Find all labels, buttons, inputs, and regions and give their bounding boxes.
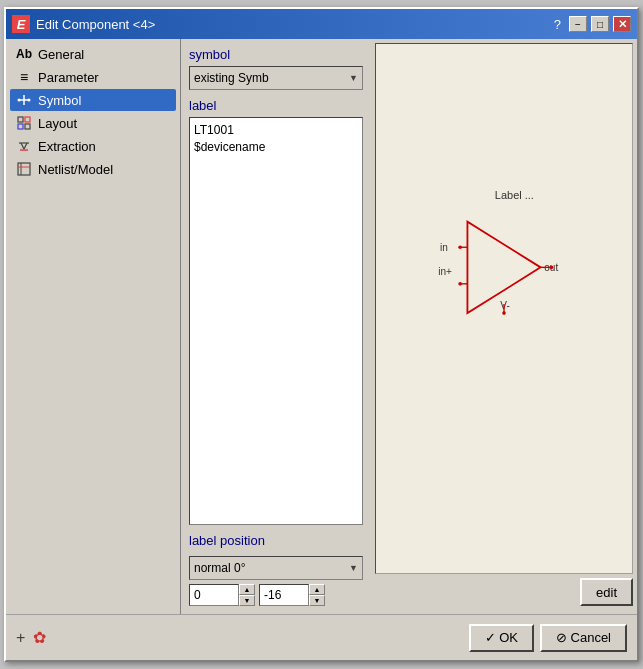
y-spin-up[interactable]: ▲ <box>309 584 325 595</box>
sidebar-item-layout[interactable]: Layout <box>10 112 176 134</box>
title-bar-controls: ? − □ ✕ <box>554 16 631 32</box>
svg-rect-4 <box>18 117 23 122</box>
svg-point-27 <box>502 311 506 315</box>
sidebar-label-extraction: Extraction <box>38 139 96 154</box>
sidebar-label-layout: Layout <box>38 116 77 131</box>
canvas-box: Label ... in in+ <box>375 43 633 574</box>
canvas-edit-row: edit <box>375 574 633 610</box>
delete-button[interactable]: ✿ <box>33 628 46 647</box>
sidebar-label-general: General <box>38 47 84 62</box>
label-position-value: normal 0° <box>194 561 246 575</box>
label-section: label LT1001 $devicename <box>189 98 363 525</box>
symbol-icon <box>16 92 32 108</box>
x-spin-up[interactable]: ▲ <box>239 584 255 595</box>
dialog-title: Edit Component <4> <box>36 17 155 32</box>
sidebar-item-parameter[interactable]: ≡ Parameter <box>10 66 176 88</box>
svg-point-18 <box>458 245 462 249</box>
add-button[interactable]: + <box>16 629 25 647</box>
x-input[interactable] <box>189 584 239 606</box>
svg-point-24 <box>550 266 554 270</box>
minimize-button[interactable]: − <box>569 16 587 32</box>
symbol-dropdown-arrow: ▼ <box>349 73 358 83</box>
dialog-footer: + ✿ ✓ OK ⊘ Cancel <box>6 614 637 660</box>
general-icon: Ab <box>16 46 32 62</box>
title-bar: E Edit Component <4> ? − □ ✕ <box>6 9 637 39</box>
y-spin-down[interactable]: ▼ <box>309 595 325 606</box>
svg-point-21 <box>458 282 462 286</box>
label-textarea[interactable]: LT1001 $devicename <box>189 117 363 525</box>
content-area: symbol existing Symb ▼ label LT1001 $dev… <box>181 39 637 614</box>
close-button[interactable]: ✕ <box>613 16 631 32</box>
svg-text:in: in <box>440 242 448 253</box>
extraction-icon <box>16 138 32 154</box>
symbol-section: symbol existing Symb ▼ <box>189 47 363 90</box>
canvas-container: Label ... in in+ <box>371 39 637 614</box>
label-position-label: label position <box>189 533 363 548</box>
label-position-dropdown[interactable]: normal 0° ▼ <box>189 556 363 580</box>
edit-component-dialog: E Edit Component <4> ? − □ ✕ Ab General … <box>4 7 639 662</box>
sidebar-label-netlist: Netlist/Model <box>38 162 113 177</box>
netlist-icon <box>16 161 32 177</box>
spin-row: ▲ ▼ ▲ ▼ <box>189 584 363 606</box>
label-section-label: label <box>189 98 363 113</box>
label-line1: LT1001 <box>194 122 358 139</box>
canvas-svg: Label ... in in+ <box>376 44 632 573</box>
app-icon: E <box>12 15 30 33</box>
footer-right: ✓ OK ⊘ Cancel <box>469 624 627 652</box>
y-spin-buttons: ▲ ▼ <box>309 584 325 606</box>
footer-left: + ✿ <box>16 628 46 647</box>
sidebar-item-symbol[interactable]: Symbol <box>10 89 176 111</box>
cancel-button[interactable]: ⊘ Cancel <box>540 624 627 652</box>
sidebar-label-symbol: Symbol <box>38 93 81 108</box>
svg-line-10 <box>24 143 27 149</box>
y-input[interactable] <box>259 584 309 606</box>
svg-line-9 <box>21 143 24 149</box>
svg-point-2 <box>18 99 21 102</box>
symbol-dropdown[interactable]: existing Symb ▼ <box>189 66 363 90</box>
sidebar-item-extraction[interactable]: Extraction <box>10 135 176 157</box>
x-spin-box: ▲ ▼ <box>189 584 255 606</box>
svg-rect-7 <box>25 124 30 129</box>
canvas-label-text: Label ... <box>495 189 534 201</box>
y-spin-box: ▲ ▼ <box>259 584 325 606</box>
symbol-dropdown-value: existing Symb <box>194 71 269 85</box>
svg-text:V-: V- <box>500 300 510 311</box>
svg-rect-5 <box>25 117 30 122</box>
svg-point-3 <box>28 99 31 102</box>
layout-icon <box>16 115 32 131</box>
title-bar-left: E Edit Component <4> <box>12 15 155 33</box>
parameter-icon: ≡ <box>16 69 32 85</box>
svg-text:in+: in+ <box>438 266 452 277</box>
x-spin-buttons: ▲ ▼ <box>239 584 255 606</box>
sidebar-item-netlist[interactable]: Netlist/Model <box>10 158 176 180</box>
sidebar: Ab General ≡ Parameter Symbol <box>6 39 181 614</box>
svg-rect-12 <box>18 163 30 175</box>
label-line2: $devicename <box>194 139 358 156</box>
label-position-section: label position normal 0° ▼ ▲ ▼ <box>189 533 363 606</box>
svg-rect-6 <box>18 124 23 129</box>
label-position-arrow: ▼ <box>349 563 358 573</box>
dialog-body: Ab General ≡ Parameter Symbol <box>6 39 637 614</box>
help-button[interactable]: ? <box>554 17 561 32</box>
edit-button[interactable]: edit <box>580 578 633 606</box>
maximize-button[interactable]: □ <box>591 16 609 32</box>
sidebar-label-parameter: Parameter <box>38 70 99 85</box>
x-spin-down[interactable]: ▼ <box>239 595 255 606</box>
left-form: symbol existing Symb ▼ label LT1001 $dev… <box>181 39 371 614</box>
sidebar-item-general[interactable]: Ab General <box>10 43 176 65</box>
ok-button[interactable]: ✓ OK <box>469 624 534 652</box>
symbol-section-label: symbol <box>189 47 363 62</box>
